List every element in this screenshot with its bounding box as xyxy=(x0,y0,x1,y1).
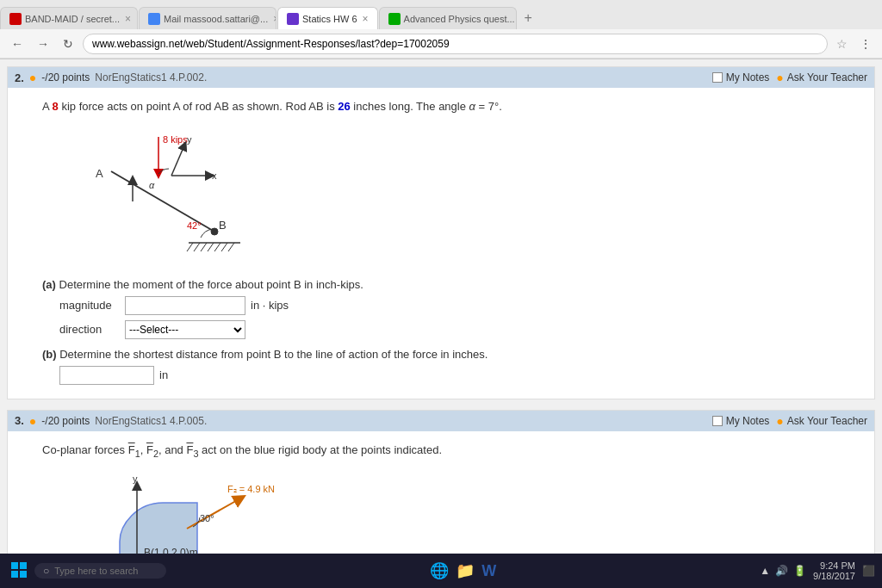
svg-text:F₂ = 4.9 kN: F₂ = 4.9 kN xyxy=(227,484,275,494)
menu-icon[interactable]: ⋮ xyxy=(856,35,875,53)
length-value: 26 xyxy=(338,100,350,113)
taskbar-folder-icon[interactable]: 📁 xyxy=(456,561,475,580)
tab-band-maid[interactable]: BAND-MAID / secret... × xyxy=(0,7,138,29)
question-2-number: 2. xyxy=(15,71,24,84)
part-b-input[interactable] xyxy=(59,366,154,385)
show-desktop-button[interactable]: ⬛ xyxy=(862,565,875,577)
direction-select[interactable]: ---Select--- clockwise counterclockwise xyxy=(125,320,245,339)
taskbar-search-input[interactable] xyxy=(54,566,158,576)
taskbar-app-icons: 🌐 📁 W xyxy=(430,561,496,580)
my-notes-button-2[interactable]: My Notes xyxy=(712,71,770,84)
question-3-number: 3. xyxy=(15,414,24,427)
svg-line-13 xyxy=(187,243,193,251)
notes-checkbox-2 xyxy=(712,72,723,83)
part-b: (b) Determine the shortest distance from… xyxy=(42,348,857,385)
tab-close-3[interactable]: × xyxy=(363,13,369,25)
new-tab-button[interactable]: + xyxy=(518,7,539,29)
magnitude-input[interactable] xyxy=(125,296,245,315)
taskbar-search[interactable]: ○ xyxy=(34,563,166,579)
svg-line-18 xyxy=(221,243,227,251)
ask-teacher-button-2[interactable]: ● Ask Your Teacher xyxy=(776,71,867,84)
tab-label-3: Statics HW 6 xyxy=(302,14,357,24)
tab-close-2[interactable]: × xyxy=(273,13,276,25)
part-b-text: Determine the shortest distance from poi… xyxy=(59,348,488,361)
back-button[interactable]: ← xyxy=(7,35,28,53)
ask-teacher-label-2: Ask Your Teacher xyxy=(787,71,867,84)
svg-line-17 xyxy=(214,243,220,251)
reload-button[interactable]: ↻ xyxy=(59,35,78,53)
svg-text:α: α xyxy=(149,180,155,190)
taskbar-chrome-icon[interactable]: 🌐 xyxy=(430,561,449,580)
tab-icon-4 xyxy=(388,13,401,25)
tab-advanced-physics[interactable]: Advanced Physics quest... × xyxy=(379,7,517,29)
svg-rect-29 xyxy=(20,571,27,578)
bookmark-icon[interactable]: ☆ xyxy=(833,35,851,53)
part-b-letter: (b) xyxy=(42,348,57,361)
nav-bar: ← → ↻ ☆ ⋮ xyxy=(0,29,882,59)
question-2-dot-icon: ● xyxy=(29,71,36,84)
time-display: 9:24 PM 9/18/2017 xyxy=(813,560,855,581)
notes-checkbox-3 xyxy=(712,416,723,426)
taskbar-right: ▲ 🔊 🔋 9:24 PM 9/18/2017 ⬛ xyxy=(760,560,875,581)
question-3-header-right: My Notes ● Ask Your Teacher xyxy=(712,414,867,428)
address-bar[interactable] xyxy=(83,34,828,54)
clock-date: 9/18/2017 xyxy=(813,571,855,581)
question-3-points: -/20 points xyxy=(41,415,90,427)
ask-teacher-label-3: Ask Your Teacher xyxy=(787,415,867,427)
force-value: 8 xyxy=(53,100,59,113)
svg-text:x: x xyxy=(212,170,217,181)
svg-text:B: B xyxy=(219,219,227,232)
system-tray: ▲ 🔊 🔋 xyxy=(760,565,806,577)
clock-time: 9:24 PM xyxy=(813,560,855,571)
question-2-header: 2. ● -/20 points NorEngStatics1 4.P.002.… xyxy=(8,67,874,88)
start-button[interactable] xyxy=(7,558,31,585)
q2-diagram-svg: A 8 kips y xyxy=(59,124,249,262)
svg-line-19 xyxy=(228,243,234,251)
tab-close-1[interactable]: × xyxy=(125,13,131,25)
tab-statics-hw[interactable]: Statics HW 6 × xyxy=(277,7,378,29)
question-3-label: NorEngStatics1 4.P.005. xyxy=(95,415,207,427)
my-notes-button-3[interactable]: My Notes xyxy=(712,415,770,427)
tab-mail[interactable]: Mail massood.sattari@... × xyxy=(139,7,276,29)
taskbar-left: ○ xyxy=(7,558,166,585)
magnitude-unit: in · kips xyxy=(251,299,289,312)
question-3-body: Co-planar forces F1, F2, and F3 act on t… xyxy=(8,431,874,554)
question-3-block: 3. ● -/20 points NorEngStatics1 4.P.005.… xyxy=(7,410,875,554)
svg-text:8 kips: 8 kips xyxy=(163,134,188,145)
svg-text:A: A xyxy=(96,167,103,180)
taskbar-word-icon[interactable]: W xyxy=(481,562,496,580)
search-icon-taskbar: ○ xyxy=(43,565,49,577)
q3-text: act on the blue rigid body at the points… xyxy=(202,443,442,456)
ask-teacher-button-3[interactable]: ● Ask Your Teacher xyxy=(776,414,867,428)
question-3-dot-icon: ● xyxy=(29,414,36,428)
svg-line-16 xyxy=(208,243,214,251)
svg-rect-27 xyxy=(20,562,27,569)
question-2-label: NorEngStatics1 4.P.002. xyxy=(95,71,207,84)
svg-text:y: y xyxy=(133,473,138,484)
tab-icon-3 xyxy=(287,13,299,25)
network-icon: ▲ xyxy=(760,565,770,577)
part-a-text: Determine the moment of the force about … xyxy=(59,278,363,291)
q2-diagram: A 8 kips y xyxy=(59,124,857,264)
direction-row: direction ---Select--- clockwise counter… xyxy=(59,320,857,339)
part-b-label: (b) Determine the shortest distance from… xyxy=(42,348,857,361)
tab-icon-2 xyxy=(148,13,160,25)
F2-label: F xyxy=(146,443,153,456)
ask-icon-3: ● xyxy=(776,414,783,428)
q3-diagram-svg: y F₂ = 4.9 kN 30° B(1.0,2.0)m xyxy=(59,468,275,554)
svg-text:B(1.0,2.0)m: B(1.0,2.0)m xyxy=(144,547,198,554)
question-3-header-left: 3. ● -/20 points NorEngStatics1 4.P.005. xyxy=(15,414,207,428)
browser-chrome: BAND-MAID / secret... × Mail massood.sat… xyxy=(0,0,882,59)
problem-text-3: Co-planar forces F1, F2, and F3 act on t… xyxy=(42,442,857,461)
tab-label-4: Advanced Physics quest... xyxy=(404,14,515,24)
forward-button[interactable]: → xyxy=(33,35,53,53)
part-a-letter: (a) xyxy=(42,278,56,291)
ask-icon-2: ● xyxy=(776,71,783,84)
svg-line-4 xyxy=(171,145,184,176)
battery-icon: 🔋 xyxy=(793,565,806,577)
question-2-block: 2. ● -/20 points NorEngStatics1 4.P.002.… xyxy=(7,66,875,399)
volume-icon: 🔊 xyxy=(775,565,788,577)
my-notes-label-2: My Notes xyxy=(726,71,770,84)
point-b xyxy=(211,228,218,235)
tab-bar: BAND-MAID / secret... × Mail massood.sat… xyxy=(0,0,882,29)
